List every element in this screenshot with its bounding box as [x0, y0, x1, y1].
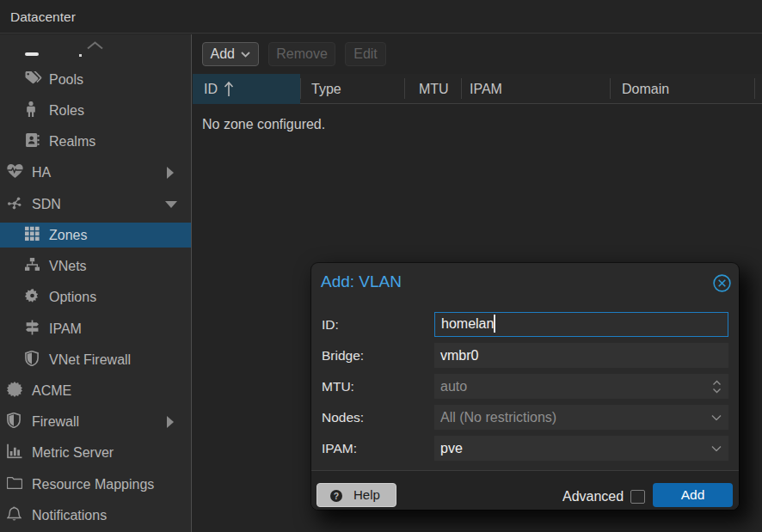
- svg-text:?: ?: [334, 491, 339, 501]
